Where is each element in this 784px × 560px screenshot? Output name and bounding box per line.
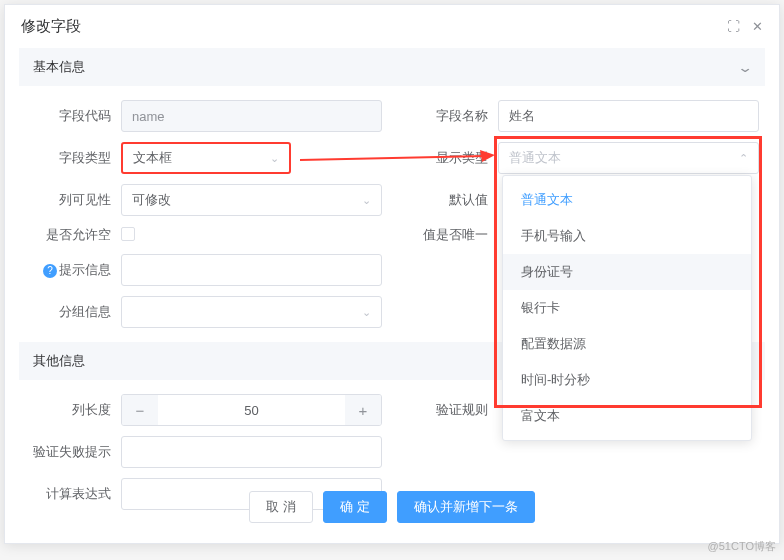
dropdown-option[interactable]: 配置数据源 (503, 326, 751, 362)
col-length-stepper[interactable]: − 50 + (121, 394, 382, 426)
group-select[interactable]: ⌄ (121, 296, 382, 328)
label-allow-empty: 是否允许空 (25, 226, 121, 244)
stepper-decrease-button[interactable]: − (122, 395, 158, 425)
modal-footer: 取 消 确 定 确认并新增下一条 (5, 481, 779, 533)
confirm-next-button[interactable]: 确认并新增下一条 (397, 491, 535, 523)
chevron-down-icon: ⌄ (362, 306, 371, 319)
label-field-type: 字段类型 (25, 149, 121, 167)
section-basic-header[interactable]: 基本信息 ⌄ (19, 48, 765, 86)
stepper-increase-button[interactable]: + (345, 395, 381, 425)
field-name-input[interactable]: 姓名 (498, 100, 759, 132)
chevron-up-icon: ⌃ (739, 152, 748, 165)
label-col-length: 列长度 (25, 401, 121, 419)
chevron-down-icon: ⌄ (737, 60, 754, 75)
dropdown-option[interactable]: 时间-时分秒 (503, 362, 751, 398)
watermark: @51CTO博客 (708, 539, 776, 554)
validate-fail-input[interactable] (121, 436, 382, 468)
label-hint: ?提示信息 (25, 261, 121, 279)
modal-header: 修改字段 ⛶ ✕ (5, 5, 779, 48)
allow-empty-checkbox[interactable] (121, 227, 135, 241)
label-col-visible: 列可见性 (25, 191, 121, 209)
display-type-dropdown: 普通文本手机号输入身份证号银行卡配置数据源时间-时分秒富文本 (502, 175, 752, 441)
label-field-name: 字段名称 (402, 107, 498, 125)
label-validate-rule: 验证规则 (402, 401, 498, 419)
dropdown-option[interactable]: 富文本 (503, 398, 751, 434)
field-type-select[interactable]: 文本框 ⌄ (121, 142, 291, 174)
label-field-code: 字段代码 (25, 107, 121, 125)
dropdown-option[interactable]: 手机号输入 (503, 218, 751, 254)
dropdown-option[interactable]: 身份证号 (503, 254, 751, 290)
label-default-value: 默认值 (402, 191, 498, 209)
label-group: 分组信息 (25, 303, 121, 321)
confirm-button[interactable]: 确 定 (323, 491, 387, 523)
modal-title: 修改字段 (21, 17, 81, 36)
label-value-unique: 值是否唯一 (402, 226, 498, 244)
chevron-down-icon: ⌄ (270, 152, 279, 165)
field-code-input: name (121, 100, 382, 132)
hint-input[interactable] (121, 254, 382, 286)
display-type-select[interactable]: 普通文本 ⌃ (498, 142, 759, 174)
close-icon[interactable]: ✕ (752, 19, 763, 34)
dropdown-option[interactable]: 银行卡 (503, 290, 751, 326)
label-validate-fail: 验证失败提示 (25, 443, 121, 461)
dropdown-option[interactable]: 普通文本 (503, 182, 751, 218)
chevron-down-icon: ⌄ (362, 194, 371, 207)
fullscreen-icon[interactable]: ⛶ (727, 19, 740, 34)
col-visible-select[interactable]: 可修改 ⌄ (121, 184, 382, 216)
cancel-button[interactable]: 取 消 (249, 491, 313, 523)
help-icon[interactable]: ? (43, 264, 57, 278)
label-display-type: 显示类型 (402, 149, 498, 167)
